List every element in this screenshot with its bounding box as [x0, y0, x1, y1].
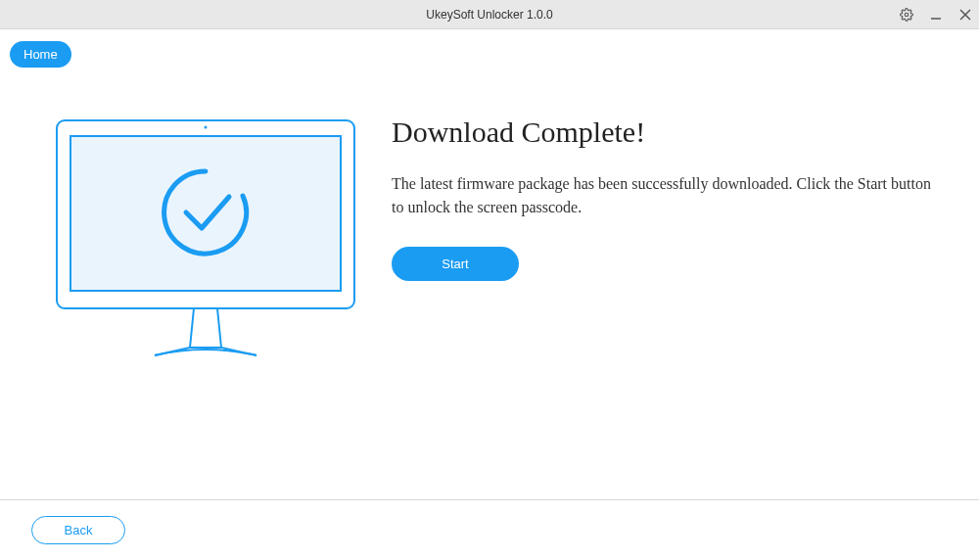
back-button[interactable]: Back	[31, 516, 125, 544]
svg-point-5	[205, 126, 208, 129]
back-button-label: Back	[65, 523, 93, 537]
page-description: The latest firmware package has been suc…	[392, 172, 940, 219]
monitor-illustration	[44, 98, 367, 367]
home-tab-label: Home	[23, 47, 58, 62]
page-heading: Download Complete!	[392, 116, 940, 149]
home-tab[interactable]: Home	[10, 41, 71, 68]
start-button[interactable]: Start	[392, 247, 519, 281]
settings-icon[interactable]	[899, 7, 914, 23]
window-title: UkeySoft Unlocker 1.0.0	[426, 8, 552, 22]
titlebar: UkeySoft Unlocker 1.0.0	[0, 0, 979, 29]
start-button-label: Start	[442, 257, 468, 271]
close-icon[interactable]	[957, 7, 973, 23]
minimize-icon[interactable]	[928, 7, 944, 23]
text-block: Download Complete! The latest firmware p…	[367, 98, 940, 281]
svg-point-0	[905, 13, 909, 17]
main-content: Download Complete! The latest firmware p…	[44, 98, 940, 367]
svg-rect-6	[70, 136, 341, 291]
footer: Back	[0, 499, 979, 560]
window-controls	[899, 0, 973, 29]
